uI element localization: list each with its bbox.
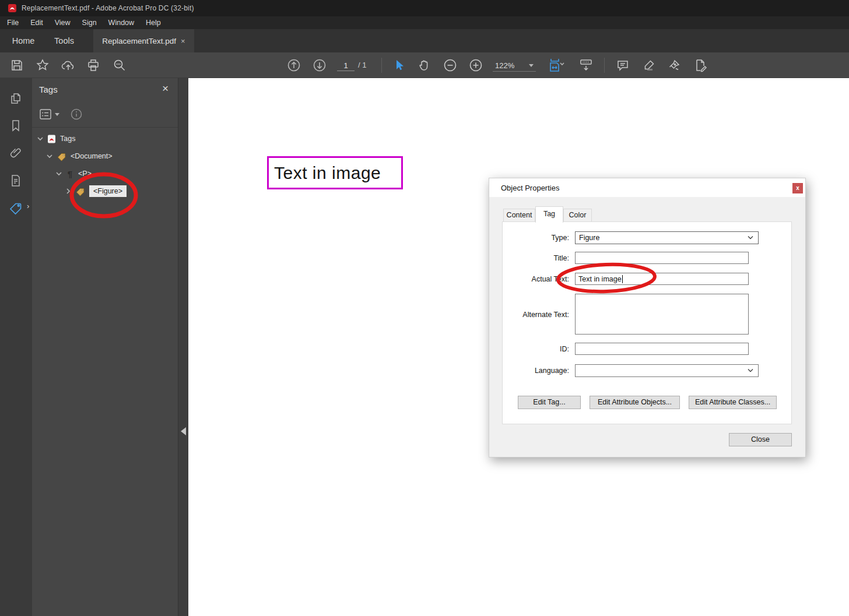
chevron-right-icon[interactable]	[65, 188, 72, 195]
panel-separator	[32, 127, 178, 128]
tree-item-figure[interactable]: <Figure>	[65, 184, 127, 198]
close-button[interactable]: Close	[729, 433, 792, 446]
tree-item-label-selected: <Figure>	[89, 185, 127, 197]
type-value: Figure	[579, 234, 748, 242]
toolbar-divider	[604, 58, 605, 73]
fit-width-button[interactable]	[543, 52, 569, 78]
acrobat-app-icon	[8, 4, 16, 12]
next-page-button[interactable]	[310, 52, 329, 78]
print-button[interactable]	[83, 52, 103, 78]
search-button[interactable]	[110, 52, 129, 78]
edit-pdf-tool-button[interactable]	[690, 52, 710, 78]
tree-item-label: Tags	[60, 135, 75, 143]
cloud-upload-button[interactable]	[58, 52, 78, 78]
tags-panel-toolbar	[32, 105, 178, 124]
acrobat-tags-root-icon	[47, 135, 56, 143]
chevron-down-icon[interactable]	[55, 170, 62, 177]
options-menu-button[interactable]	[39, 108, 59, 120]
zoom-in-button[interactable]	[466, 52, 486, 78]
menu-help[interactable]: Help	[140, 16, 167, 29]
page-total-label: / 1	[358, 52, 366, 78]
window-title: ReplacementText.pdf - Adobe Acrobat Pro …	[22, 4, 194, 12]
highlight-tool-button[interactable]	[639, 52, 659, 78]
tree-item-label: <P>	[78, 170, 92, 178]
edit-attribute-classes-button[interactable]: Edit Attribute Classes...	[689, 396, 777, 409]
active-panel-notch: ›	[27, 202, 29, 210]
tab-document[interactable]: ReplacementText.pdf ×	[93, 29, 194, 52]
chevron-down-icon	[748, 235, 753, 240]
tree-item-tags-root[interactable]: Tags	[37, 132, 75, 146]
language-dropdown[interactable]	[575, 364, 759, 377]
bookmarks-icon[interactable]	[8, 118, 24, 134]
previous-page-button[interactable]	[284, 52, 304, 78]
language-label: Language:	[495, 367, 569, 375]
tab-color[interactable]: Color	[563, 209, 592, 222]
actual-text-field[interactable]: Text in image	[575, 273, 749, 285]
tab-close-icon[interactable]: ×	[181, 37, 185, 45]
menu-edit[interactable]: Edit	[24, 16, 49, 29]
hand-tool-button[interactable]	[415, 52, 434, 78]
menu-sign[interactable]: Sign	[76, 16, 103, 29]
page-number-input[interactable]: 1	[337, 60, 355, 71]
zoom-level-dropdown[interactable]: 122%	[493, 59, 536, 72]
object-properties-dialog: Object Properties x Content Tag Color Ty…	[489, 178, 806, 457]
main-area: › Tags ×	[0, 78, 849, 616]
select-tool-button[interactable]	[389, 52, 409, 78]
document-page: Text in image Object Properties x Conten…	[188, 78, 849, 616]
tab-document-label: ReplacementText.pdf	[102, 37, 176, 45]
menu-window[interactable]: Window	[103, 16, 140, 29]
tags-panel-icon[interactable]	[8, 200, 24, 216]
chevron-down-icon	[529, 64, 534, 67]
paragraph-icon: ¶	[66, 169, 74, 179]
chevron-down-icon[interactable]	[37, 135, 44, 142]
navigation-rail: ›	[0, 78, 32, 616]
text-cursor	[622, 275, 623, 283]
figure-text: Text in image	[274, 163, 381, 183]
actual-text-value: Text in image	[578, 275, 622, 283]
tree-item-document[interactable]: <Document>	[46, 149, 113, 163]
page-thumbnails-icon[interactable]	[8, 90, 24, 107]
zoom-out-button[interactable]	[440, 52, 460, 78]
star-button[interactable]	[33, 52, 52, 78]
main-toolbar: 1 / 1 122%	[0, 52, 849, 78]
toolbar-divider	[381, 58, 382, 73]
tab-tag[interactable]: Tag	[535, 206, 563, 223]
chevron-down-icon	[55, 113, 59, 116]
title-label: Title:	[495, 254, 569, 262]
save-button[interactable]	[7, 52, 27, 78]
sign-tool-button[interactable]	[665, 52, 685, 78]
attachments-icon[interactable]	[8, 145, 24, 161]
edit-tag-button[interactable]: Edit Tag...	[518, 396, 581, 409]
dialog-close-button[interactable]: x	[792, 183, 803, 193]
type-dropdown[interactable]: Figure	[575, 231, 759, 244]
tab-home[interactable]: Home	[0, 29, 47, 52]
content-panel-icon[interactable]	[8, 173, 24, 189]
edit-attribute-objects-button[interactable]: Edit Attribute Objects...	[590, 396, 680, 409]
hide-toolbar-button[interactable]	[576, 52, 596, 78]
dialog-title-bar[interactable]: Object Properties	[489, 178, 805, 197]
tree-item-label: <Document>	[71, 152, 113, 160]
tags-panel-title: Tags	[39, 85, 58, 94]
tag-icon	[57, 152, 66, 161]
title-bar: ReplacementText.pdf - Adobe Acrobat Pro …	[0, 0, 849, 16]
tree-item-p[interactable]: ¶ <P>	[55, 167, 92, 181]
title-field[interactable]	[575, 252, 749, 264]
alternate-text-field[interactable]	[575, 294, 749, 335]
dialog-title: Object Properties	[501, 184, 559, 192]
collapse-panel-icon[interactable]	[181, 427, 186, 435]
tags-panel: Tags × Tags	[32, 78, 178, 616]
chevron-down-icon[interactable]	[46, 153, 53, 160]
tab-content[interactable]: Content	[503, 209, 535, 222]
comment-tool-button[interactable]	[613, 52, 633, 78]
info-button[interactable]	[70, 108, 83, 121]
panel-close-icon[interactable]: ×	[162, 83, 169, 94]
actual-text-label: Actual Text:	[495, 275, 569, 283]
type-label: Type:	[495, 234, 569, 242]
menu-view[interactable]: View	[49, 16, 76, 29]
id-field[interactable]	[575, 343, 749, 355]
panel-divider[interactable]	[178, 78, 188, 616]
tab-tools[interactable]: Tools	[47, 29, 82, 52]
chevron-down-icon	[748, 368, 753, 373]
menu-file[interactable]: File	[0, 16, 24, 29]
tags-panel-header: Tags ×	[32, 78, 178, 100]
